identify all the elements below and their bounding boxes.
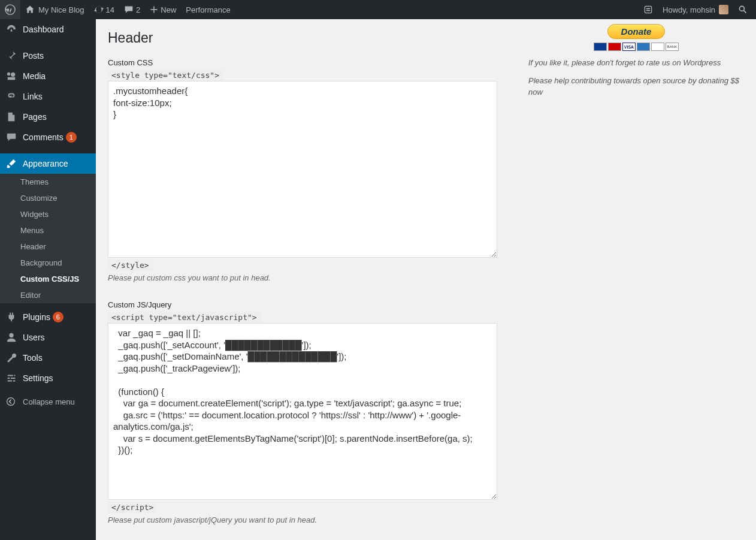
menu-media[interactable]: Media	[0, 66, 96, 86]
home-icon	[25, 5, 35, 14]
page-icon	[6, 111, 18, 122]
submenu-header[interactable]: Header	[0, 239, 96, 255]
submenu-editor[interactable]: Editor	[0, 287, 96, 303]
menu-label: Links	[23, 92, 43, 101]
donate-button[interactable]: Donate	[607, 24, 666, 39]
custom-css-textarea[interactable]	[108, 81, 497, 258]
submenu-customize[interactable]: Customize	[0, 190, 96, 206]
custom-css-label: Custom CSS	[108, 58, 516, 67]
css-open-tag: <style type="text/css">	[108, 70, 223, 81]
update-icon	[94, 5, 104, 14]
submenu-custom-css-js[interactable]: Custom CSS/JS	[0, 271, 96, 287]
wrench-icon	[6, 352, 18, 363]
appearance-submenu: Themes Customize Widgets Menus Header Ba…	[0, 174, 96, 303]
menu-label: Media	[23, 71, 46, 81]
svg-point-6	[7, 398, 15, 406]
menu-label: Settings	[23, 373, 53, 383]
payment-cards: VISA BANK	[528, 43, 744, 51]
site-name-link[interactable]: My Nice Blog	[20, 0, 89, 19]
admin-bar: My Nice Blog 14 2 New Performance Howdy,…	[0, 0, 756, 19]
menu-label: Dashboard	[23, 25, 64, 34]
collapse-icon	[6, 397, 18, 406]
comment-icon	[6, 132, 18, 143]
js-close-tag: </script>	[108, 502, 157, 513]
howdy-label: Howdy, mohsin	[663, 5, 715, 14]
pin-icon	[6, 50, 18, 61]
performance-label: Performance	[186, 5, 230, 14]
card-visa: VISA	[622, 43, 636, 51]
collapse-menu[interactable]: Collapse menu	[0, 392, 96, 411]
submenu-background[interactable]: Background	[0, 255, 96, 271]
menu-tools[interactable]: Tools	[0, 348, 96, 368]
menu-posts[interactable]: Posts	[0, 46, 96, 66]
css-close-tag: </style>	[108, 260, 153, 271]
card-mastercard	[608, 43, 621, 51]
submenu-widgets[interactable]: Widgets	[0, 206, 96, 222]
menu-label: Posts	[23, 51, 44, 61]
donate-box: Donate VISA BANK	[528, 24, 744, 51]
updates-count: 14	[106, 5, 114, 14]
svg-rect-1	[645, 6, 651, 13]
wordpress-icon	[5, 4, 16, 15]
search-toggle[interactable]	[733, 0, 752, 19]
js-open-tag: <script type="text/javascript">	[108, 312, 261, 323]
wp-logo[interactable]	[0, 0, 20, 19]
content-wrap: Header Custom CSS <style type="text/css"…	[96, 0, 756, 536]
card-maestro	[594, 43, 607, 51]
user-icon	[6, 332, 18, 343]
comments-count: 2	[136, 5, 140, 14]
css-hint: Please put custom css you want to put in…	[108, 273, 516, 282]
custom-js-textarea[interactable]	[108, 323, 497, 500]
new-content-link[interactable]: New	[145, 0, 181, 19]
card-discover	[651, 43, 664, 51]
comments-link[interactable]: 2	[119, 0, 145, 19]
menu-label: Pages	[23, 112, 47, 122]
brush-icon	[6, 158, 18, 169]
site-name-label: My Nice Blog	[38, 5, 84, 14]
menu-label: Comments	[23, 132, 63, 142]
card-bank: BANK	[666, 43, 679, 51]
search-icon	[738, 5, 748, 14]
custom-js-label: Custom JS/Jquery	[108, 300, 516, 309]
svg-point-5	[9, 333, 13, 337]
menu-dashboard[interactable]: Dashboard	[0, 19, 96, 40]
menu-label: Users	[23, 333, 45, 342]
submenu-themes[interactable]: Themes	[0, 174, 96, 190]
sliders-icon	[6, 373, 18, 384]
link-icon	[6, 91, 18, 102]
menu-users[interactable]: Users	[0, 327, 96, 348]
donate-note: Please help contributing towards open so…	[528, 75, 744, 98]
bell-icon	[643, 5, 653, 14]
js-hint: Please put custom javascript/jQuery you …	[108, 515, 516, 524]
avatar	[719, 5, 728, 14]
collapse-label: Collapse menu	[23, 397, 75, 406]
menu-label: Tools	[23, 353, 43, 363]
card-amex	[637, 43, 650, 51]
rate-note: If you like it, please don't forget to r…	[528, 57, 744, 69]
performance-link[interactable]: Performance	[181, 0, 235, 19]
updates-link[interactable]: 14	[89, 0, 119, 19]
menu-label: Appearance	[23, 159, 68, 168]
media-icon	[6, 71, 18, 82]
page-title: Header	[108, 30, 516, 46]
comments-badge: 1	[66, 132, 77, 143]
plus-icon	[150, 5, 158, 14]
menu-plugins[interactable]: Plugins 6	[0, 307, 96, 327]
svg-rect-3	[646, 10, 650, 11]
menu-appearance[interactable]: Appearance	[0, 153, 96, 174]
svg-rect-2	[646, 8, 650, 10]
menu-pages[interactable]: Pages	[0, 107, 96, 127]
my-account[interactable]: Howdy, mohsin	[658, 0, 733, 19]
notifications[interactable]	[639, 0, 658, 19]
plugin-icon	[6, 312, 18, 322]
plugins-badge: 6	[53, 312, 63, 322]
submenu-menus[interactable]: Menus	[0, 222, 96, 239]
svg-point-4	[739, 6, 744, 11]
menu-comments[interactable]: Comments 1	[0, 127, 96, 147]
menu-settings[interactable]: Settings	[0, 368, 96, 388]
menu-links[interactable]: Links	[0, 86, 96, 107]
admin-menu: Dashboard Posts Media Links Pages Commen…	[0, 19, 96, 536]
menu-label: Plugins	[23, 312, 50, 322]
new-label: New	[161, 5, 176, 14]
dashboard-icon	[6, 24, 18, 35]
